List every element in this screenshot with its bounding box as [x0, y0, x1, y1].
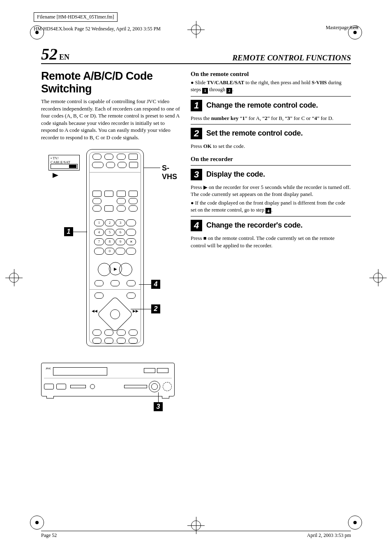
footer-page: Page 52 — [41, 532, 57, 539]
footer-date: April 2, 2003 3:53 pm — [307, 532, 351, 539]
switch-label: • TV/ CABLE/SAT — [51, 157, 78, 165]
svhs-label: S-VHS — [162, 164, 181, 181]
header-line: HM-HDS4EX.book Page 52 Wednesday, April … — [34, 25, 358, 30]
step-3: 3 Display the code. Press ▶ on the recor… — [191, 165, 351, 214]
remote-diagram: • TV/ CABLE/SAT — [41, 149, 181, 355]
cross-target-left — [7, 271, 21, 285]
step-1-num: 1 — [191, 100, 202, 111]
intro-paragraph: The remote control is capable of control… — [41, 98, 181, 141]
inline-step-2: 2 — [226, 88, 232, 94]
inline-step-4: 4 — [265, 208, 271, 214]
footer-rule — [41, 531, 351, 531]
recorder-brand: JVC — [46, 367, 51, 370]
recorder-diagram: JVC — [41, 363, 181, 408]
step-2-body: Press OK to set the code. — [191, 143, 351, 150]
filename-frame: Filename [HM-HDS4EX_05Timer.fm] — [34, 12, 118, 22]
section-title: REMOTE CONTROL FUNCTIONS — [232, 53, 351, 62]
page-lang: EN — [59, 53, 69, 61]
right-column: On the remote control Slide TV/CABLE/SAT… — [191, 70, 351, 408]
arrow-right-icon — [53, 173, 58, 178]
inline-step-1: 1 — [202, 88, 208, 94]
switch-box: • TV/ CABLE/SAT — [48, 155, 80, 170]
book-line: HM-HDS4EX.book Page 52 Wednesday, April … — [34, 26, 161, 32]
article-title: Remote A/B/C/D Code Switching — [41, 70, 181, 95]
diagram-callout-4: 4 — [151, 280, 160, 289]
page-header: 52EN REMOTE CONTROL FUNCTIONS — [41, 46, 351, 64]
subhead-remote: On the remote control — [191, 71, 351, 78]
left-column: Remote A/B/C/D Code Switching The remote… — [41, 70, 181, 408]
diagram-callout-2: 2 — [151, 304, 160, 313]
masterpage: Masterpage:Left — [326, 25, 358, 31]
cross-target-right — [371, 271, 385, 285]
step-1-title: Change the remote control code. — [206, 100, 318, 110]
step-2: 2 Set the remote control code. Press OK … — [191, 124, 351, 150]
step-3-num: 3 — [191, 169, 202, 180]
slide-instruction: Slide TV/CABLE/SAT to the right, then pr… — [191, 79, 351, 94]
step-2-num: 2 — [191, 128, 202, 139]
number-keypad: 123 456 789✕ 0 — [94, 219, 136, 257]
step-3-bullet: If the code displayed on the front displ… — [191, 200, 351, 214]
step-4-body: Press ■ on the remote control. The code … — [191, 235, 351, 249]
diagram-callout-3: 3 — [154, 402, 163, 411]
subhead-recorder: On the recorder — [191, 156, 351, 163]
step-1-body: Press the number key “1” for A, “2” for … — [191, 115, 351, 122]
diagram-callout-1: 1 — [64, 227, 73, 236]
step-1: 1 Change the remote control code. Press … — [191, 96, 351, 122]
step-2-title: Set the remote control code. — [206, 128, 303, 138]
page-number: 52 — [41, 45, 58, 63]
step-3-title: Display the code. — [206, 169, 265, 179]
page-body: 52EN REMOTE CONTROL FUNCTIONS Remote A/B… — [41, 46, 351, 526]
step-4: 4 Change the recorder's code. Press ■ on… — [191, 216, 351, 249]
step-3-body: Press ▶ on the recorder for over 5 secon… — [191, 184, 351, 198]
remote-outline: 123 456 789✕ 0 ▶ — [86, 149, 144, 346]
step-4-title: Change the recorder's code. — [206, 220, 302, 230]
page-number-block: 52EN — [41, 46, 69, 62]
step-4-num: 4 — [191, 220, 202, 231]
